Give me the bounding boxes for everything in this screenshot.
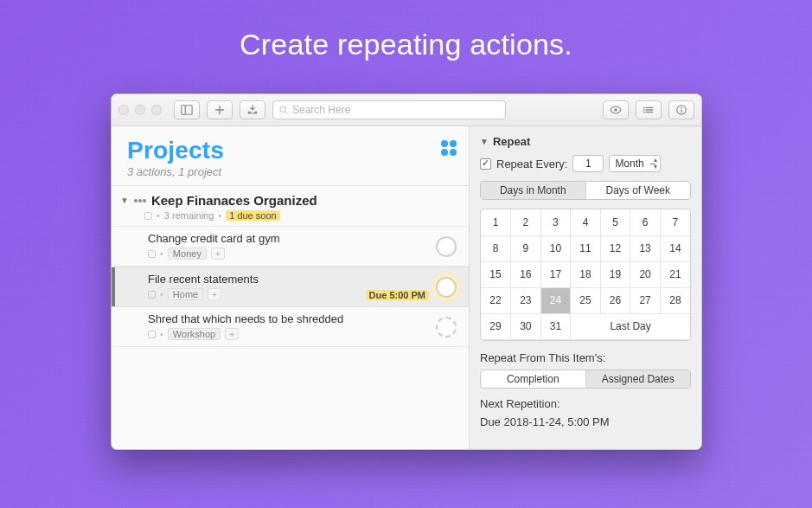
day-cell[interactable]: 11 — [571, 235, 601, 261]
titlebar: Search Here — [112, 94, 701, 126]
svg-point-10 — [643, 112, 645, 113]
day-cell[interactable]: 21 — [660, 261, 690, 287]
day-cell[interactable]: 6 — [630, 209, 661, 235]
info-icon — [675, 104, 687, 116]
repeat-section-header[interactable]: ▼ Repeat — [480, 135, 691, 148]
day-cell[interactable]: 8 — [481, 235, 511, 261]
svg-point-12 — [681, 107, 682, 109]
day-cell[interactable]: 26 — [600, 287, 630, 313]
window-controls — [118, 105, 162, 115]
day-cell[interactable]: 30 — [511, 313, 541, 339]
svg-rect-0 — [182, 106, 192, 115]
day-cell[interactable]: 17 — [540, 261, 571, 287]
zoom-icon[interactable] — [151, 105, 162, 115]
day-cell[interactable]: 4 — [571, 209, 601, 235]
search-placeholder: Search Here — [292, 104, 350, 116]
day-cell[interactable]: 5 — [600, 209, 630, 235]
plus-icon — [214, 104, 226, 116]
day-cell[interactable]: 27 — [630, 287, 661, 313]
action-row[interactable]: Shred that which needs to be shredded•Wo… — [112, 307, 469, 347]
repeat-unit-select[interactable]: Month ▴▾ — [609, 155, 660, 172]
add-tag-button[interactable]: + — [211, 248, 225, 260]
search-icon — [278, 105, 289, 115]
status-icon — [148, 291, 156, 299]
inbox-button[interactable] — [240, 100, 265, 119]
due-soon-badge: 1 due soon — [226, 210, 279, 221]
project-title: Keep Finanaces Organized — [151, 193, 317, 208]
search-input[interactable]: Search Here — [272, 100, 506, 119]
day-cell[interactable]: 1 — [481, 209, 511, 235]
last-day-cell[interactable]: Last Day — [571, 313, 690, 339]
action-row[interactable]: File recent statements•Home+Due 5:00 PM — [112, 267, 469, 307]
day-cell[interactable]: 15 — [481, 261, 511, 287]
day-cell[interactable]: 16 — [511, 261, 541, 287]
day-cell[interactable]: 2 — [511, 209, 541, 235]
svg-point-4 — [614, 108, 617, 112]
day-cell[interactable]: 28 — [660, 287, 690, 313]
day-cell[interactable]: 31 — [540, 313, 571, 339]
day-cell[interactable]: 19 — [600, 261, 630, 287]
project-icon — [134, 199, 146, 203]
project-row[interactable]: ▼ Keep Finanaces Organized • 3 remaining… — [112, 186, 469, 227]
main-content: Projects 3 actions, 1 project ▼ Keep Fin… — [112, 126, 470, 449]
month-day-picker: 1234567891011121314151617181920212223242… — [480, 209, 691, 341]
next-repetition-value: Due 2018-11-24, 5:00 PM — [480, 415, 691, 428]
complete-checkbox[interactable] — [436, 317, 457, 338]
add-tag-button[interactable]: + — [225, 328, 239, 340]
add-button[interactable] — [207, 100, 233, 119]
status-icon — [144, 212, 152, 220]
seg-completion[interactable]: Completion — [481, 370, 585, 388]
projects-header: Projects 3 actions, 1 project — [112, 126, 469, 185]
sidebar-toggle-button[interactable] — [174, 100, 200, 119]
sidebar-icon — [181, 104, 193, 116]
action-title: Shred that which needs to be shredded — [148, 312, 457, 325]
action-row[interactable]: Change credit card at gym•Money+ — [112, 227, 469, 267]
day-cell[interactable]: 12 — [600, 235, 630, 261]
day-cell[interactable]: 23 — [511, 287, 541, 313]
svg-point-8 — [643, 107, 645, 109]
tag-chip[interactable]: Money — [168, 248, 207, 260]
day-cell[interactable]: 10 — [540, 235, 571, 261]
seg-assigned-dates[interactable]: Assigned Dates — [585, 370, 691, 388]
day-cell[interactable]: 25 — [571, 287, 601, 313]
day-cell[interactable]: 13 — [630, 235, 661, 261]
repeat-checkbox[interactable] — [480, 158, 491, 170]
svg-point-2 — [280, 106, 286, 113]
list-options-button[interactable] — [636, 100, 662, 119]
list-icon — [643, 104, 655, 116]
perspective-icon[interactable] — [441, 140, 457, 156]
action-title: File recent statements — [148, 273, 457, 286]
repeat-from-segmented: Completion Assigned Dates — [480, 370, 691, 389]
complete-checkbox[interactable] — [436, 236, 457, 257]
marketing-headline: Create repeating actions. — [0, 28, 812, 61]
repeat-section-label: Repeat — [493, 135, 530, 148]
day-cell[interactable]: 7 — [660, 209, 690, 235]
repeat-interval-input[interactable]: 1 — [572, 155, 604, 172]
repeat-unit-value: Month — [615, 158, 643, 170]
seg-days-in-month[interactable]: Days in Month — [481, 182, 585, 199]
add-tag-button[interactable]: + — [208, 288, 221, 300]
svg-line-3 — [285, 112, 288, 114]
day-cell[interactable]: 22 — [481, 287, 511, 313]
eye-icon — [610, 104, 622, 116]
minimize-icon[interactable] — [135, 105, 145, 115]
complete-checkbox[interactable] — [436, 277, 457, 298]
day-cell[interactable]: 24 — [540, 287, 571, 313]
day-cell[interactable]: 3 — [540, 209, 571, 235]
view-button[interactable] — [603, 100, 629, 119]
day-cell[interactable]: 9 — [511, 235, 541, 261]
inspector-button[interactable] — [668, 100, 694, 119]
days-mode-segmented: Days in Month Days of Week — [480, 181, 691, 200]
close-icon[interactable] — [118, 105, 129, 115]
chevron-down-icon[interactable]: ▼ — [120, 196, 129, 205]
status-icon — [148, 250, 156, 258]
tag-chip[interactable]: Workshop — [168, 328, 221, 340]
repeat-from-label: Repeat From This Item's: — [480, 351, 691, 364]
seg-days-of-week[interactable]: Days of Week — [585, 182, 691, 199]
day-cell[interactable]: 20 — [630, 261, 661, 287]
day-cell[interactable]: 29 — [481, 313, 511, 339]
day-cell[interactable]: 18 — [571, 261, 601, 287]
tag-chip[interactable]: Home — [168, 288, 203, 300]
svg-rect-13 — [681, 109, 681, 113]
day-cell[interactable]: 14 — [660, 235, 690, 261]
